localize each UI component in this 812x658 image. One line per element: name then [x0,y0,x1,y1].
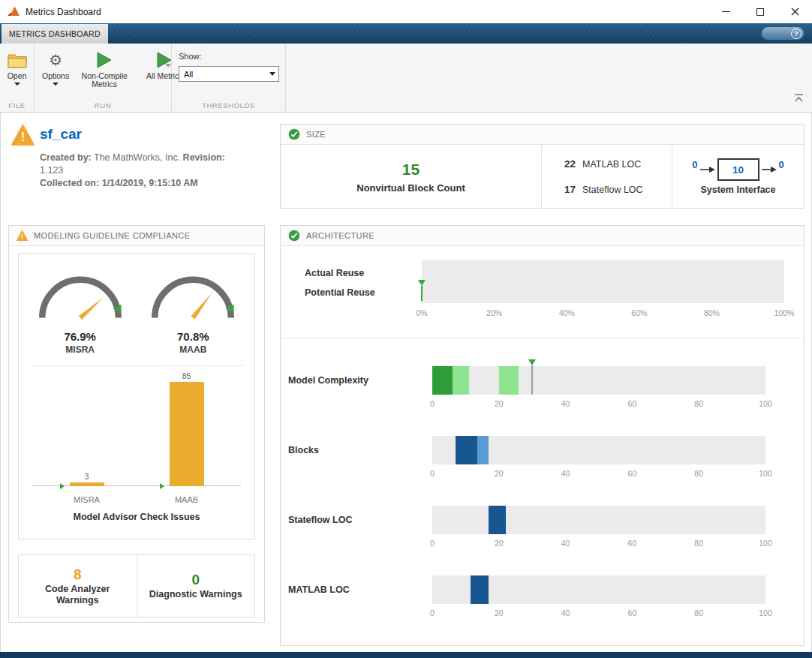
open-button[interactable]: Open [6,50,29,86]
model-advisor-chart: 3 85 MISRA MAAB Mode [37,372,236,525]
stateflow-loc-value: 17 [562,184,576,195]
bar [70,482,104,486]
axis-tick: 40 [561,608,570,617]
axis-tick: 0 [430,539,435,548]
options-button[interactable]: ⚙ Options [41,50,71,86]
axis-tick: 60 [628,608,637,617]
dashboard-canvas: ! sf_car Created by: The MathWorks, Inc.… [0,113,812,652]
metric-row-matlab-loc: MATLAB LOC 0 20 40 60 80 100 [287,575,781,623]
ribbon-section-file: Open FILE [0,44,35,112]
stateflow-loc-label: Stateflow LOC [582,185,643,195]
gauge-label: MAAB [141,344,245,355]
axis-tick: 20% [486,308,502,317]
axis-tick: 60% [631,308,647,317]
model-revision-value: 1.123 [40,164,265,177]
interface-block: 10 [717,158,759,181]
metric-axis: 0 20 40 60 80 100 [432,399,765,408]
green-check-icon [288,230,300,242]
axis-tick: 100 [759,539,772,548]
metric-label: Blocks [288,436,319,464]
axis-tick: 60 [628,469,637,478]
metric-segment [499,366,519,395]
interface-input-count: 0 [692,159,697,170]
metric-row-stateflow-loc: Stateflow LOC 0 20 40 60 80 100 [287,506,781,554]
metric-segment [477,436,489,464]
metric-segment [489,506,505,534]
threshold-marker-icon [60,483,65,489]
axis-tick: 0 [430,469,435,478]
window-controls [708,0,812,23]
stateflow-loc-row: 17 Stateflow LOC [562,184,643,195]
axis-tick: 80 [694,399,703,408]
system-interface: 0 10 0 System Interface [672,145,804,209]
toolbar-ribbon: Open FILE ⚙ Options Non-Compile Metrics [0,44,812,113]
metric-track [432,575,765,604]
non-compile-metrics-button[interactable]: Non-Compile Metrics [78,50,131,89]
gauge-value: 76.9% [29,330,132,343]
threshold-marker-icon [160,483,164,489]
loc-metrics: 22 MATLAB LOC 17 Stateflow LOC [542,145,672,209]
chevron-down-icon [269,72,275,76]
divider [29,365,244,366]
close-icon [791,8,799,16]
model-metadata: Created by: The MathWorks, Inc. Revision… [40,152,265,190]
maximize-icon [756,8,764,16]
minimize-button[interactable] [708,0,743,23]
show-filter-group: Show: All [172,50,279,82]
bar-maab: 85 [170,371,204,486]
interface-output-count: 0 [779,159,784,170]
open-button-label: Open [8,72,27,80]
axis-tick: 100 [759,469,772,478]
help-button[interactable]: ? [761,26,804,41]
model-created-line: Created by: The MathWorks, Inc. Revision… [40,152,265,164]
axis-tick: 0 [430,399,435,408]
arrow-right-icon [700,166,715,173]
show-label: Show: [179,52,279,61]
metric-track [432,506,765,534]
architecture-panel-header: ARCHITECTURE [281,226,804,246]
size-panel-header: SIZE [281,125,804,145]
arrow-right-icon [762,166,777,173]
model-name-link[interactable]: sf_car [40,126,82,143]
axis-tick: 100 [759,608,772,617]
axis-tick: 0% [416,308,427,317]
complexity-threshold-marker-icon [528,359,537,395]
green-check-icon [288,128,300,140]
metric-track [432,436,765,464]
gear-icon: ⚙ [49,50,62,70]
gauge-misra: 76.9% MISRA [29,266,132,355]
bar-category-label: MISRA [65,495,110,504]
gauge-label: MISRA [29,344,132,355]
gauge-needle-icon [78,296,104,320]
system-interface-label: System Interface [700,185,775,195]
combo-arrow-button[interactable] [266,67,278,81]
show-dropdown[interactable]: All [179,66,279,82]
gauge-value: 70.8% [141,330,245,343]
minimize-icon [722,11,730,13]
axis-tick: 60 [628,399,637,408]
close-button[interactable] [777,0,812,23]
minimize-ribbon-icon[interactable] [793,92,804,106]
size-panel-title: SIZE [306,130,326,139]
ribbon-section-run: ⚙ Options Non-Compile Metrics [35,44,172,112]
svg-text:!: ! [21,233,23,240]
metric-label: Model Complexity [288,366,368,395]
axis-tick: 40 [561,539,570,548]
maximize-button[interactable] [743,0,777,23]
reuse-track [422,260,784,303]
nonvirtual-block-count: 15 Nonvirtual Block Count [281,145,542,209]
axis-tick: 20 [495,399,504,408]
metric-segment [456,436,477,464]
window-bottom-edge [0,652,812,658]
metric-row-model-complexity: Model Complexity 0 20 40 60 80 100 [287,366,781,414]
architecture-panel: ARCHITECTURE Actual Reuse Potential Reus… [280,225,804,646]
axis-tick: 20 [495,539,504,548]
architecture-panel-title: ARCHITECTURE [306,231,374,240]
warning-count: 0 [191,572,200,588]
window-title: Metrics Dashboard [26,7,101,17]
bar-value-label: 85 [182,371,191,380]
run-all-metrics-icon [155,50,173,70]
tab-metrics-dashboard[interactable]: METRICS DASHBOARD [2,24,108,44]
compliance-panel-header: ! MODELING GUIDELINE COMPLIANCE [9,226,264,246]
matlab-logo-icon [8,6,20,17]
